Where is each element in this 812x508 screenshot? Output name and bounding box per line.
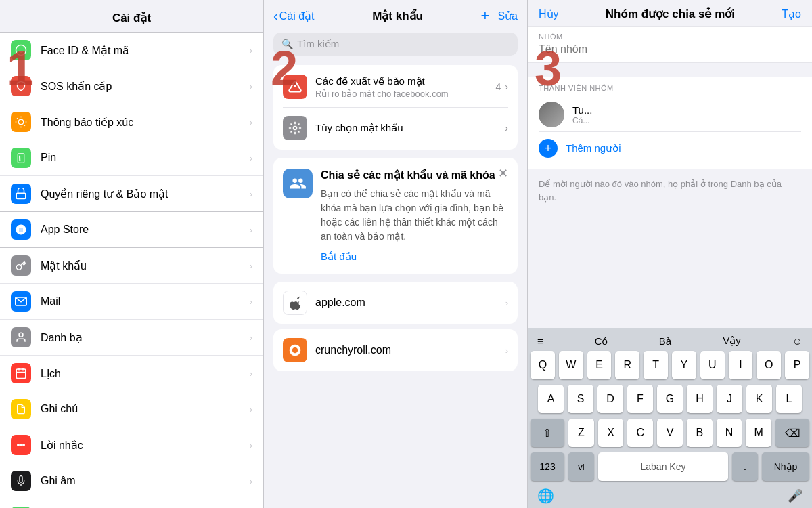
appstore-icon — [11, 219, 31, 240]
settings-item-privacy[interactable]: Quyền riêng tư & Bảo mật › — [0, 176, 263, 211]
key-h[interactable]: H — [687, 385, 713, 413]
keyboard-toolbar: ≡ Có Bà Vậy ☺ — [531, 332, 809, 351]
space-key[interactable]: Laban Key — [598, 452, 728, 481]
settings-item-notes[interactable]: Ghi chú › — [0, 391, 263, 427]
back-button[interactable]: ‹ Cài đặt — [273, 8, 314, 24]
create-button[interactable]: Tạo — [782, 7, 801, 20]
key-v[interactable]: V — [657, 419, 683, 447]
globe-icon[interactable]: 🌐 — [537, 488, 554, 504]
toolbar-co[interactable]: Có — [595, 335, 608, 347]
key-u[interactable]: U — [700, 351, 725, 379]
settings-item-pin[interactable]: Pin › — [0, 140, 263, 176]
settings-item-sos[interactable]: SOS khẩn cấp › — [0, 68, 263, 104]
settings-item-calendar[interactable]: Lịch › — [0, 356, 263, 391]
key-z[interactable]: Z — [568, 419, 594, 447]
key-a[interactable]: A — [538, 385, 564, 413]
key-i[interactable]: I — [729, 351, 753, 379]
key-d[interactable]: D — [597, 385, 623, 413]
search-bar[interactable]: 🔍 Tìm kiếm — [273, 33, 518, 56]
settings-item-faceid[interactable]: Face ID & Mật mã › — [0, 33, 263, 68]
share-title: Chia sẻ các mật khẩu và mã khóa — [321, 169, 508, 182]
key-r[interactable]: R — [615, 351, 639, 379]
add-person-row[interactable]: + Thêm người — [539, 132, 801, 162]
group-name-section: NHÓM — [528, 26, 812, 63]
security-content: Các đề xuất về bảo mật Rủi ro bảo mật ch… — [315, 75, 496, 99]
svg-point-27 — [292, 347, 298, 353]
faceid-label: Face ID & Mật mã — [41, 44, 250, 57]
member-row: Tu... Cá... — [539, 98, 801, 132]
key-x[interactable]: X — [598, 419, 624, 447]
settings-group-1: Face ID & Mật mã › SOS khẩn cấp › — [0, 32, 263, 211]
group-name-input[interactable] — [539, 43, 801, 56]
key-j[interactable]: J — [717, 385, 742, 413]
svg-point-20 — [18, 444, 20, 446]
shift-key[interactable]: ⇧ — [531, 419, 564, 447]
panel-passwords: 2 ‹ Cài đặt Mật khẩu + Sửa 🔍 Tìm kiếm — [264, 0, 528, 508]
key-n[interactable]: N — [717, 419, 742, 447]
options-title: Tùy chọn mật khẩu — [315, 122, 505, 134]
settings-item-password[interactable]: Mật khẩu › — [0, 248, 263, 284]
toolbar-emoji-icon[interactable]: ☺ — [792, 335, 803, 347]
settings-item-appstore[interactable]: App Store › — [0, 212, 263, 247]
key-s[interactable]: S — [568, 385, 593, 413]
privacy-label: Quyền riêng tư & Bảo mật — [41, 188, 250, 200]
security-row: Các đề xuất về bảo mật Rủi ro bảo mật ch… — [283, 75, 508, 108]
settings-item-mail[interactable]: Mail › — [0, 284, 263, 320]
add-person-plus-icon[interactable]: + — [539, 139, 558, 158]
crunchyroll-password-item[interactable]: crunchyroll.com › — [273, 329, 518, 371]
key-b[interactable]: B — [687, 419, 713, 447]
share-card-inner: Chia sẻ các mật khẩu và mã khóa Bạn có t… — [283, 169, 508, 263]
panel-new-group: 3 Hủy Nhóm được chia sẻ mới Tạo NHÓM THÀ… — [528, 0, 812, 508]
add-person-label: Thêm người — [566, 142, 621, 154]
pin-label: Pin — [41, 152, 250, 164]
calendar-label: Lịch — [41, 367, 250, 380]
member-sub: Cá... — [572, 116, 801, 125]
edit-button[interactable]: Sửa — [497, 9, 518, 22]
search-icon: 🔍 — [281, 39, 293, 49]
key-k[interactable]: K — [746, 385, 772, 413]
key-y[interactable]: Y — [672, 351, 696, 379]
keyboard: ≡ Có Bà Vậy ☺ Q W E R T Y U I O P — [528, 328, 812, 508]
keyboard-bottom-row: 🌐 🎤 — [531, 484, 809, 505]
share-close-button[interactable]: ✕ — [498, 166, 508, 181]
key-c[interactable]: C — [627, 419, 653, 447]
pin-icon — [11, 148, 31, 168]
security-card[interactable]: Các đề xuất về bảo mật Rủi ro bảo mật ch… — [273, 65, 518, 150]
cancel-button[interactable]: Hủy — [539, 7, 559, 20]
toolbar-menu-icon[interactable]: ≡ — [537, 335, 543, 347]
toolbar-ba[interactable]: Bà — [659, 335, 671, 347]
key-t[interactable]: T — [644, 351, 668, 379]
settings-item-contact-notice[interactable]: Thông báo tiếp xúc › — [0, 104, 263, 140]
key-o[interactable]: O — [757, 351, 781, 379]
key-f[interactable]: F — [627, 385, 653, 413]
key-m[interactable]: M — [746, 419, 771, 447]
settings-item-phone[interactable]: Điện thoại › — [0, 499, 263, 508]
key-p[interactable]: P — [785, 351, 809, 379]
add-password-button[interactable]: + — [481, 7, 490, 24]
return-key[interactable]: Nhập — [762, 452, 809, 481]
key-q[interactable]: Q — [531, 351, 555, 379]
svg-rect-10 — [18, 154, 24, 163]
password-chevron: › — [250, 261, 252, 271]
options-right: › — [505, 123, 508, 133]
settings-item-reminders[interactable]: Lời nhắc › — [0, 427, 263, 463]
key-w[interactable]: W — [559, 351, 583, 379]
crunchyroll-icon — [283, 338, 307, 362]
num-key[interactable]: 123 — [531, 452, 564, 481]
vi-key[interactable]: vi — [568, 452, 594, 481]
key-l[interactable]: L — [776, 385, 802, 413]
key-e[interactable]: E — [587, 351, 612, 379]
svg-line-7 — [24, 125, 25, 126]
toolbar-vay[interactable]: Vậy — [723, 335, 741, 347]
settings-item-voicememo[interactable]: Ghi âm › — [0, 463, 263, 499]
settings-item-contacts[interactable]: Danh bạ › — [0, 320, 263, 356]
apple-password-item[interactable]: apple.com › — [273, 282, 518, 324]
microphone-icon[interactable]: 🎤 — [788, 488, 803, 503]
security-title: Các đề xuất về bảo mật — [315, 75, 496, 87]
back-label: Cài đặt — [279, 9, 315, 22]
key-g[interactable]: G — [657, 385, 683, 413]
period-key[interactable]: . — [732, 452, 758, 481]
share-link[interactable]: Bắt đầu — [321, 251, 357, 262]
delete-key[interactable]: ⌫ — [775, 419, 809, 447]
options-row[interactable]: Tùy chọn mật khẩu › — [283, 116, 508, 140]
